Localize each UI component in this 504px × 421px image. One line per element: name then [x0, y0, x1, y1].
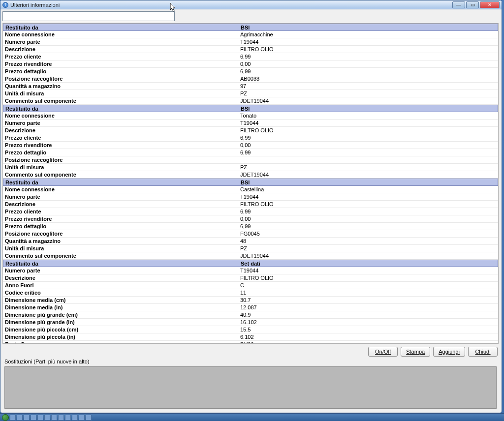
- group-header[interactable]: Restituito da BSI: [3, 179, 498, 186]
- grid-row[interactable]: Unità di misuraPZ: [3, 90, 498, 97]
- cell-label: Dimensione più piccola (cm): [3, 326, 238, 333]
- task-item[interactable]: [65, 415, 71, 421]
- grid-row[interactable]: Prezzo cliente6,99: [3, 134, 498, 142]
- task-item[interactable]: [58, 415, 64, 421]
- cell-value: 0,00: [238, 142, 498, 149]
- grid-row[interactable]: Unità di misuraPZ: [3, 245, 498, 252]
- cell-value: Set dati: [239, 260, 498, 267]
- onoff-button[interactable]: On/Off: [368, 347, 398, 357]
- grid-row[interactable]: Dimensione media (in)12.087: [3, 304, 498, 311]
- task-item[interactable]: [72, 415, 78, 421]
- grid-row[interactable]: Posizione raccoglitore: [3, 156, 498, 164]
- grid-row[interactable]: Prezzo rivenditore0,00: [3, 215, 498, 223]
- cell-value: JDET19044: [238, 171, 498, 178]
- chiudi-button[interactable]: Chiudi: [468, 347, 498, 357]
- group-header[interactable]: Restituito da BSI: [3, 24, 498, 31]
- task-item[interactable]: [86, 415, 92, 421]
- substitutions-panel[interactable]: [4, 366, 497, 409]
- cell-label: Numero parte: [3, 120, 238, 126]
- grid-row[interactable]: DescrizioneFILTRO OLIO: [3, 274, 498, 282]
- grid-row[interactable]: Dimensione più piccola (in)6.102: [3, 333, 498, 341]
- cell-value: 6,99: [238, 208, 498, 215]
- grid-row[interactable]: Codice critico11: [3, 289, 498, 297]
- task-item[interactable]: [10, 415, 16, 421]
- cell-label: Prezzo cliente: [3, 134, 238, 141]
- cell-label: Anno Fuori: [3, 282, 238, 289]
- cell-value: T19044: [238, 267, 498, 274]
- cell-label: Prezzo cliente: [3, 208, 238, 215]
- cell-label: Commento sul componente: [3, 171, 238, 178]
- details-grid[interactable]: Restituito da BSI Nome connessioneAgrima…: [2, 23, 499, 344]
- grid-row[interactable]: Posizione raccoglitoreFG0045: [3, 230, 498, 238]
- grid-row[interactable]: Anno FuoriC: [3, 282, 498, 289]
- cell-value: FG0045: [238, 230, 498, 237]
- toolbar: [0, 9, 502, 23]
- cell-value: FILTRO OLIO: [238, 201, 498, 208]
- cell-label: Prezzo rivenditore: [3, 215, 238, 222]
- cell-label: Dimensione più grande (cm): [3, 311, 238, 318]
- cell-label: Prezzo dettaglio: [3, 68, 238, 75]
- aggiungi-button[interactable]: Aggiungi: [433, 347, 465, 357]
- grid-row[interactable]: Prezzo dettaglio6,99: [3, 68, 498, 75]
- grid-row[interactable]: Unità di misuraPZ: [3, 164, 498, 171]
- task-item[interactable]: [37, 415, 43, 421]
- grid-row[interactable]: Nome connessioneCastellina: [3, 186, 498, 193]
- task-item[interactable]: [17, 415, 23, 421]
- grid-row[interactable]: Dimensione media (cm)30.7: [3, 297, 498, 304]
- cell-label: Nome connessione: [3, 31, 238, 38]
- cell-label: Restituito da: [3, 105, 239, 112]
- grid-row[interactable]: Dimensione più grande (cm)40.9: [3, 311, 498, 319]
- grid-row[interactable]: Numero parteT19044: [3, 193, 498, 201]
- cell-label: Numero parte: [3, 38, 238, 45]
- cell-value: 6,99: [238, 149, 498, 156]
- cell-value: 6,99: [238, 68, 498, 75]
- task-item[interactable]: [44, 415, 50, 421]
- grid-row[interactable]: Dimensione più piccola (cm)15.5: [3, 326, 498, 333]
- grid-row[interactable]: DescrizioneFILTRO OLIO: [3, 46, 498, 53]
- grid-row[interactable]: Numero parteT19044: [3, 267, 498, 274]
- grid-row[interactable]: Nome connessioneTonato: [3, 112, 498, 120]
- titlebar[interactable]: ? Ulteriori informazioni — ▭ ✕: [0, 0, 502, 9]
- grid-row[interactable]: Prezzo rivenditore0,00: [3, 60, 498, 68]
- cell-value: 48: [238, 238, 498, 244]
- start-orb-icon[interactable]: [2, 414, 9, 421]
- grid-row[interactable]: Posizione raccoglitoreAB0033: [3, 75, 498, 83]
- grid-row[interactable]: Quantità a magazzino97: [3, 83, 498, 90]
- task-item[interactable]: [31, 415, 36, 421]
- search-input[interactable]: [2, 11, 175, 21]
- group-header[interactable]: Restituito da BSI: [3, 105, 498, 112]
- grid-row[interactable]: Numero parteT19044: [3, 120, 498, 127]
- grid-row[interactable]: Dimensione più grande (in)16.102: [3, 319, 498, 326]
- task-item[interactable]: [79, 415, 85, 421]
- minimize-button[interactable]: —: [452, 1, 465, 8]
- cell-label: Descrizione: [3, 46, 238, 53]
- grid-row[interactable]: Prezzo cliente6,99: [3, 208, 498, 215]
- grid-row[interactable]: DescrizioneFILTRO OLIO: [3, 201, 498, 208]
- grid-row[interactable]: Commento sul componenteJDET19044: [3, 97, 498, 105]
- task-item[interactable]: [24, 415, 30, 421]
- cell-label: Commento sul componente: [3, 97, 238, 104]
- close-button[interactable]: ✕: [480, 1, 500, 8]
- grid-row[interactable]: Prezzo rivenditore0,00: [3, 142, 498, 149]
- grid-row[interactable]: DescrizioneFILTRO OLIO: [3, 127, 498, 134]
- cell-label: Prezzo rivenditore: [3, 142, 238, 149]
- taskbar[interactable]: [0, 413, 504, 421]
- grid-row[interactable]: Commento sul componenteJDET19044: [3, 171, 498, 179]
- cell-value: BSI: [239, 179, 498, 185]
- cell-value: BSI: [239, 105, 498, 112]
- maximize-button[interactable]: ▭: [466, 1, 479, 8]
- stampa-button[interactable]: Stampa: [401, 347, 430, 357]
- cell-label: Posizione raccoglitore: [3, 75, 238, 82]
- cell-value: 0,00: [238, 215, 498, 222]
- grid-row[interactable]: Prezzo dettaglio6,99: [3, 223, 498, 230]
- cell-value: FILTRO OLIO: [238, 274, 498, 281]
- grid-row[interactable]: Prezzo dettaglio6,99: [3, 149, 498, 156]
- grid-row[interactable]: Quantità a magazzino48: [3, 238, 498, 245]
- grid-row[interactable]: Nome connessioneAgrimacchine: [3, 31, 498, 38]
- cell-label: Descrizione: [3, 274, 238, 281]
- task-item[interactable]: [51, 415, 57, 421]
- grid-row[interactable]: Numero parteT19044: [3, 38, 498, 46]
- grid-row[interactable]: Prezzo cliente6,99: [3, 53, 498, 60]
- group-header[interactable]: Restituito da Set dati: [3, 260, 498, 267]
- grid-row[interactable]: Commento sul componenteJDET19044: [3, 252, 498, 260]
